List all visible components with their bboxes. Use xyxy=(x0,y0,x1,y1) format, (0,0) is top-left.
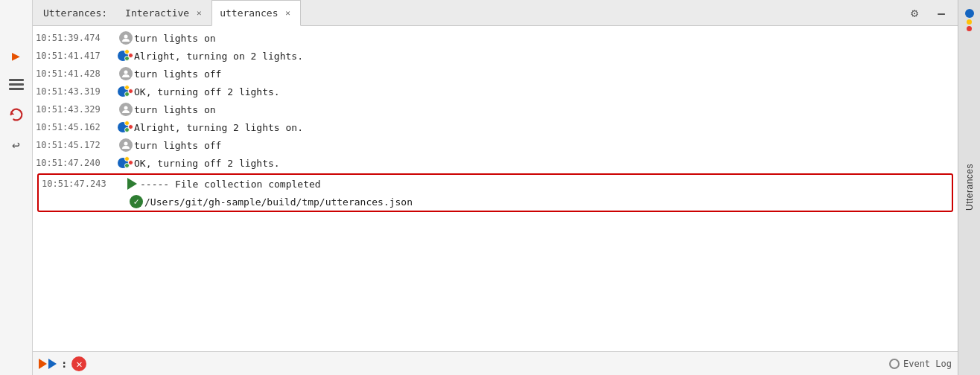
event-log-label: Event Log xyxy=(903,359,952,369)
right-sidebar-dots xyxy=(965,9,974,31)
log-timestamp: 10:51:43.329 xyxy=(36,104,118,115)
bot-icon xyxy=(118,85,134,98)
event-log-circle-icon xyxy=(889,359,900,369)
list-sidebar-icon[interactable] xyxy=(6,74,27,95)
tab-bar: Utterances: Interactive ✕ utterances ✕ ⚙… xyxy=(33,0,958,26)
svg-rect-0 xyxy=(9,79,24,81)
svg-rect-2 xyxy=(9,88,24,90)
log-timestamp: 10:51:45.162 xyxy=(36,122,118,132)
bot-icon xyxy=(118,121,134,134)
tab-utterances-close[interactable]: ✕ xyxy=(282,8,293,19)
log-row: 10:51:45.172 turn lights off xyxy=(33,136,958,154)
log-message: OK, turning off 2 lights. xyxy=(134,86,280,97)
left-sidebar: ▶ ↩ xyxy=(0,0,33,375)
tab-interactive-label: Interactive xyxy=(125,7,189,19)
bot-icon xyxy=(118,156,134,170)
status-play-icons xyxy=(39,359,57,369)
log-row: 10:51:41.417 Alright, turning on 2 light… xyxy=(33,47,958,65)
svg-point-5 xyxy=(124,106,128,110)
user-icon xyxy=(118,138,134,152)
play-sidebar-icon[interactable]: ▶ xyxy=(6,45,27,65)
log-content: 10:51:39.474 turn lights on 10:51:41.417 xyxy=(33,26,958,351)
user-icon xyxy=(118,31,134,45)
right-sidebar[interactable]: Utterances xyxy=(958,0,980,375)
tab-bar-actions: ⚙ — xyxy=(904,2,958,23)
user-icon xyxy=(118,103,134,116)
bot-icon xyxy=(118,49,134,62)
right-sidebar-label: Utterances xyxy=(964,164,975,211)
panel-label: Utterances: xyxy=(39,7,112,19)
log-row: 10:51:47.240 OK, turning off 2 lights. xyxy=(33,154,958,172)
log-row: 10:51:45.162 Alright, turning 2 lights o… xyxy=(33,118,958,136)
main-area: Utterances: Interactive ✕ utterances ✕ ⚙… xyxy=(33,0,958,375)
svg-point-6 xyxy=(124,142,128,146)
tab-interactive-close[interactable]: ✕ xyxy=(194,7,204,18)
log-row-file-path: ✓ /Users/git/gh-sample/build/tmp/utteran… xyxy=(39,193,952,211)
status-colon: : xyxy=(61,358,67,370)
log-message: turn lights on xyxy=(134,33,216,44)
log-message: turn lights off xyxy=(134,140,221,151)
highlighted-block: 10:51:47.243 ----- File collection compl… xyxy=(37,173,953,212)
svg-rect-1 xyxy=(9,83,24,86)
log-timestamp: 10:51:47.243 xyxy=(42,179,124,189)
svg-point-3 xyxy=(124,35,128,39)
check-circle-icon: ✓ xyxy=(128,195,144,208)
user-icon xyxy=(118,67,134,80)
log-message: /Users/git/gh-sample/build/tmp/utterance… xyxy=(144,196,413,208)
log-message: OK, turning off 2 lights. xyxy=(134,158,280,169)
log-timestamp: 10:51:41.417 xyxy=(36,51,118,61)
log-row: 10:51:43.319 OK, turning off 2 lights. xyxy=(33,83,958,100)
tab-utterances[interactable]: utterances ✕ xyxy=(211,0,301,26)
tab-utterances-label: utterances xyxy=(220,7,278,19)
status-right-arrow-icon xyxy=(48,359,57,369)
settings-button[interactable]: ⚙ xyxy=(904,2,925,23)
dot-red-icon xyxy=(967,26,972,31)
play-triangle-icon xyxy=(124,178,140,190)
log-message: ----- File collection completed xyxy=(140,179,321,190)
log-message: turn lights on xyxy=(134,104,216,115)
log-message: Alright, turning on 2 lights. xyxy=(134,51,303,62)
minimize-button[interactable]: — xyxy=(931,2,952,23)
log-timestamp: 10:51:39.474 xyxy=(36,33,118,43)
tab-interactive[interactable]: Interactive ✕ xyxy=(118,0,211,26)
log-message: turn lights off xyxy=(134,68,221,80)
log-timestamp: 10:51:45.172 xyxy=(36,140,118,150)
status-error-badge: ✕ xyxy=(71,356,86,371)
log-row: 10:51:41.428 turn lights off xyxy=(33,65,958,83)
svg-point-4 xyxy=(124,71,128,74)
undo-sidebar-icon[interactable]: ↩ xyxy=(6,134,27,155)
refresh-sidebar-icon[interactable] xyxy=(6,104,27,125)
log-row-file-complete: 10:51:47.243 ----- File collection compl… xyxy=(39,175,952,193)
dot-yellow-icon xyxy=(967,19,972,25)
log-timestamp: 10:51:47.240 xyxy=(36,158,118,168)
log-row: 10:51:43.329 turn lights on xyxy=(33,100,958,118)
log-message: Alright, turning 2 lights on. xyxy=(134,122,303,133)
log-row: 10:51:39.474 turn lights on xyxy=(33,29,958,47)
status-bar: : ✕ Event Log xyxy=(33,351,958,375)
log-timestamp: 10:51:43.319 xyxy=(36,86,118,97)
dot-blue-icon xyxy=(965,9,974,18)
event-log-area[interactable]: Event Log xyxy=(889,359,952,369)
status-left-arrow-icon xyxy=(39,359,47,369)
log-timestamp: 10:51:41.428 xyxy=(36,68,118,79)
